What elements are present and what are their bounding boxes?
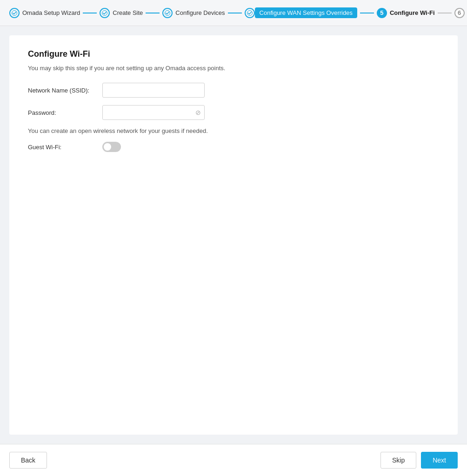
toggle-slider [102,142,121,152]
guest-wifi-row: Guest Wi-Fi: [28,142,439,152]
connector-4 [360,13,374,13]
guest-note: You can create an open wireless network … [28,127,439,134]
main-content: Configure Wi-Fi You may skip this step i… [9,35,458,435]
password-row: Password: ⊘ [28,105,439,120]
guest-wifi-toggle-wrapper [102,142,121,152]
step-configure-wifi: 5 Configure Wi-Fi [377,8,435,18]
ssid-row: Network Name (SSID): [28,83,439,98]
bottom-bar: Back Skip Next [0,444,467,476]
step-omada-setup-wizard: Omada Setup Wizard [9,8,80,18]
wizard-header: Omada Setup Wizard Create Site Configure… [0,0,467,26]
back-button[interactable]: Back [9,452,47,469]
guest-wifi-toggle[interactable] [102,142,121,152]
step-label-1: Omada Setup Wizard [22,9,80,16]
password-label: Password: [28,109,102,116]
step-label-2: Create Site [113,9,143,16]
step-number-5: 5 [377,8,387,18]
password-input[interactable] [102,105,205,120]
connector-5 [438,13,452,13]
ssid-input[interactable] [102,83,205,98]
right-buttons: Skip Next [380,452,458,469]
step-label-5: Configure Wi-Fi [390,9,435,16]
step-configure-wan: Configure WAN Settings Overrides [245,7,357,18]
password-wrapper: ⊘ [102,105,205,120]
step-create-site: Create Site [100,8,143,18]
step-label-3: Configure Devices [175,9,225,16]
step-number-6: 6 [454,8,465,18]
guest-wifi-label: Guest Wi-Fi: [28,144,102,151]
next-button[interactable]: Next [421,452,458,469]
step-completed-icon-1 [9,8,20,18]
ssid-label: Network Name (SSID): [28,87,102,94]
connector-3 [228,13,242,13]
step-configure-devices: Configure Devices [162,8,225,18]
step-completed-icon-2 [100,8,110,18]
step-label-4: Configure WAN Settings Overrides [255,7,357,18]
connector-1 [83,13,97,13]
step-completed-icon-3 [162,8,173,18]
step-summary: 6 Summary [454,8,467,18]
step-completed-icon-4 [245,8,255,18]
page-subtitle: You may skip this step if you are not se… [28,65,439,72]
eye-icon[interactable]: ⊘ [195,109,201,116]
skip-button[interactable]: Skip [380,452,416,469]
page-title: Configure Wi-Fi [28,49,439,59]
connector-2 [146,13,160,13]
